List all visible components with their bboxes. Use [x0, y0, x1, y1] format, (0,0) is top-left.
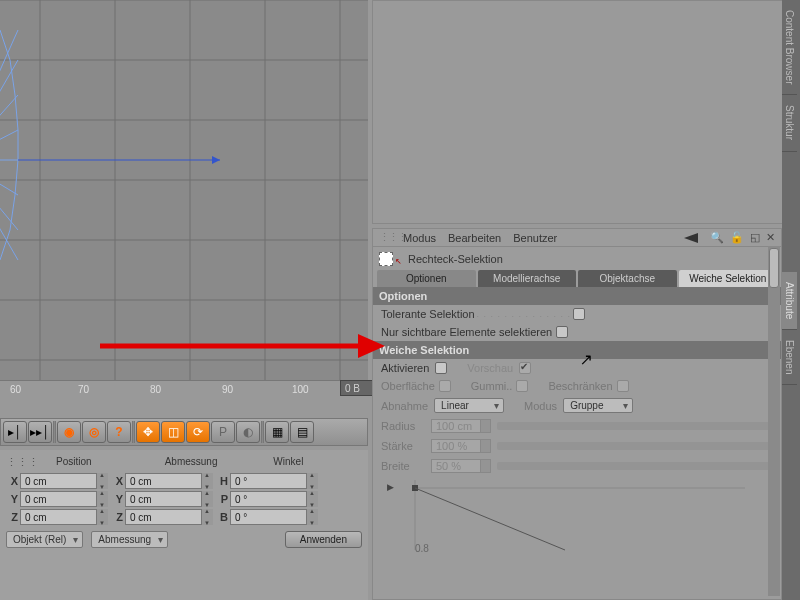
coordinate-manager: ⋮⋮⋮ Position Abmessung Winkel X X H Y Y …	[0, 450, 368, 600]
apply-button[interactable]: Anwenden	[285, 531, 362, 548]
spinner-icon[interactable]	[96, 491, 108, 507]
expand-icon[interactable]: ▶	[387, 482, 394, 492]
spinner-icon[interactable]	[96, 473, 108, 489]
label-preview: Vorschau	[467, 362, 513, 374]
falloff-curve: ▶ 0.8	[385, 480, 769, 560]
label-activate: Aktivieren	[381, 362, 429, 374]
select-mode: Gruppe	[563, 398, 633, 413]
size-x-input[interactable]	[125, 473, 213, 489]
checkbox-preview	[519, 362, 531, 374]
tab-model-axis[interactable]: Modellierachse	[478, 270, 577, 287]
svg-line-15	[0, 130, 18, 160]
label-mode: Modus	[524, 400, 557, 412]
side-tab-content-browser[interactable]: Content Browser	[782, 0, 797, 95]
spinner-icon[interactable]	[96, 509, 108, 525]
param-key-button[interactable]: P	[211, 421, 235, 443]
checkbox-activate[interactable]	[435, 362, 447, 374]
cursor-arrow-icon: ↖	[395, 257, 402, 266]
goto-last-button[interactable]: ▸▸│	[28, 421, 52, 443]
spinner-icon[interactable]	[306, 491, 318, 507]
attribute-manager: ⋮⋮⋮ Modus Bearbeiten Benutzer 🔍 🔓 ◱ ✕ ↖ …	[372, 228, 782, 600]
attribute-menubar: ⋮⋮⋮ Modus Bearbeiten Benutzer 🔍 🔓 ◱ ✕	[373, 229, 781, 247]
position-y-input[interactable]	[20, 491, 108, 507]
attribute-tabs: Optionen Modellierachse Objektachse Weic…	[373, 270, 781, 287]
timeline-ruler[interactable]: 60 70 80 90 100	[0, 380, 368, 400]
lock-icon[interactable]: 🔓	[730, 231, 744, 244]
label-radius: Radius	[381, 420, 431, 432]
scale-key-button[interactable]: ◫	[161, 421, 185, 443]
checkbox-visible-only[interactable]	[556, 326, 568, 338]
tab-object-axis[interactable]: Objektachse	[578, 270, 677, 287]
section-soft-selection: Weiche Selektion	[373, 341, 781, 359]
search-icon[interactable]: 🔍	[710, 231, 724, 244]
angle-p-input[interactable]	[230, 491, 318, 507]
input-strength: 100 %	[431, 439, 491, 453]
viewport[interactable]	[0, 0, 368, 380]
axis-x-label: X	[111, 475, 125, 487]
size-z-input[interactable]	[125, 509, 213, 525]
grip-icon[interactable]: ⋮⋮⋮	[379, 231, 391, 244]
label-restrict: Beschränken	[548, 380, 612, 392]
axis-x-label: X	[6, 475, 20, 487]
attr-scrollbar[interactable]	[768, 246, 780, 596]
object-manager-panel[interactable]	[372, 0, 792, 224]
toolbar-divider	[132, 421, 135, 443]
checkbox-restrict	[617, 380, 629, 392]
position-z-input[interactable]	[20, 509, 108, 525]
tool-title-row: ↖ Rechteck-Selektion	[373, 247, 781, 270]
size-y-input[interactable]	[125, 491, 213, 507]
menu-user[interactable]: Benutzer	[513, 232, 557, 244]
position-key-button[interactable]: ✥	[136, 421, 160, 443]
slider-strength	[497, 442, 773, 450]
column-size: Abmessung	[145, 456, 254, 469]
goto-end-button[interactable]: ▸│	[3, 421, 27, 443]
menu-edit[interactable]: Bearbeiten	[448, 232, 501, 244]
new-window-icon[interactable]: ◱	[750, 231, 760, 244]
history-back-icon[interactable]	[684, 233, 698, 243]
autokey-button[interactable]: ◎	[82, 421, 106, 443]
key-options-button[interactable]: ?	[107, 421, 131, 443]
axis-h-label: H	[216, 475, 230, 487]
svg-line-19	[0, 160, 18, 260]
menu-mode[interactable]: Modus	[403, 232, 436, 244]
axis-p-label: P	[216, 493, 230, 505]
axis-y-label: Y	[6, 493, 20, 505]
label-rubber: Gummi..	[471, 380, 513, 392]
side-tab-layers[interactable]: Ebenen	[782, 330, 797, 385]
coord-system-select[interactable]: Objekt (Rel)	[6, 531, 83, 548]
spinner-icon[interactable]	[201, 473, 213, 489]
svg-marker-21	[212, 156, 220, 164]
scrollbar-thumb[interactable]	[769, 248, 779, 288]
size-mode-select[interactable]: Abmessung	[91, 531, 168, 548]
close-icon[interactable]: ✕	[766, 231, 775, 244]
spinner-icon[interactable]	[201, 509, 213, 525]
keyframe-sel-button[interactable]: ▦	[265, 421, 289, 443]
slider-radius	[497, 422, 773, 430]
angle-b-input[interactable]	[230, 509, 318, 525]
position-x-input[interactable]	[20, 473, 108, 489]
spinner-icon[interactable]	[306, 509, 318, 525]
svg-line-13	[0, 60, 18, 160]
tab-options[interactable]: Optionen	[377, 270, 476, 287]
timeline-toolbar: ▸│ ▸▸│ ◉ ◎ ? ✥ ◫ ⟳ P ◐ ▦ ▤	[0, 418, 368, 446]
toolbar-divider	[261, 421, 264, 443]
film-button[interactable]: ▤	[290, 421, 314, 443]
spinner-icon[interactable]	[306, 473, 318, 489]
checkbox-tolerant-selection[interactable]	[573, 308, 585, 320]
svg-line-14	[0, 95, 18, 160]
axis-b-label: B	[216, 511, 230, 523]
tab-soft-selection[interactable]: Weiche Selektion	[679, 270, 778, 287]
record-key-button[interactable]: ◉	[57, 421, 81, 443]
label-falloff: Abnahme	[381, 400, 428, 412]
label-width: Breite	[381, 460, 431, 472]
rotation-key-button[interactable]: ⟳	[186, 421, 210, 443]
checkbox-surface	[439, 380, 451, 392]
spinner-icon[interactable]	[201, 491, 213, 507]
pla-key-button[interactable]: ◐	[236, 421, 260, 443]
side-tab-attribute[interactable]: Attribute	[782, 272, 797, 330]
grip-icon: ⋮⋮⋮	[6, 456, 36, 469]
svg-line-25	[415, 488, 565, 550]
side-tab-structure[interactable]: Struktur	[782, 95, 797, 151]
angle-h-input[interactable]	[230, 473, 318, 489]
axis-z-label: Z	[111, 511, 125, 523]
